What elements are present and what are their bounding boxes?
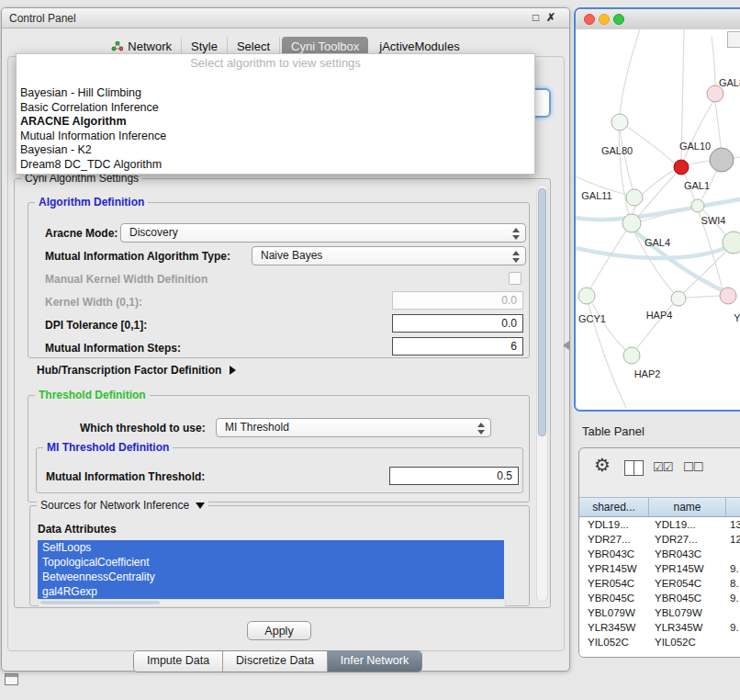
- cell[interactable]: YIL052C: [579, 635, 649, 649]
- cell[interactable]: 13: [726, 517, 740, 532]
- select-none-icon[interactable]: ☐☐: [683, 460, 702, 474]
- node-swi4[interactable]: [723, 231, 740, 254]
- sources-group: Sources for Network Inference Data Attri…: [29, 505, 530, 606]
- hub-definition-toggle[interactable]: Hub/Transcription Factor Definition: [37, 364, 236, 377]
- columns-icon[interactable]: [624, 460, 644, 476]
- tab-discretize-data[interactable]: Discretize Data: [223, 651, 328, 672]
- network-canvas[interactable]: GAL8 GAL80 GAL10 GAL11 GAL1 SWI4 GAL4 GC…: [576, 29, 740, 410]
- scrollbar-thumb[interactable]: [538, 188, 546, 436]
- cell[interactable]: 9.: [726, 561, 740, 576]
- table-row[interactable]: YDR27... YDR27... 12: [579, 532, 740, 547]
- mi-type-select[interactable]: Naive Bayes: [252, 246, 526, 265]
- table-row[interactable]: YDL19... YDL19... 13: [579, 517, 740, 532]
- network-window-titlebar[interactable]: [576, 9, 740, 30]
- cell[interactable]: YBR045C: [579, 591, 649, 605]
- table-row[interactable]: YBR043C YBR043C: [579, 547, 740, 561]
- attribute-item-selected[interactable]: SelfLoops: [38, 540, 504, 555]
- close-button[interactable]: [584, 14, 595, 25]
- sources-toggle[interactable]: Sources for Network Inference: [37, 499, 208, 512]
- table-row[interactable]: YBL079W YBL079W: [579, 605, 740, 620]
- table-row[interactable]: YLR345W YLR345W 9.: [579, 620, 740, 635]
- cell[interactable]: YBL079W: [579, 605, 649, 620]
- algorithm-option-selected[interactable]: ARACNE Algorithm: [17, 115, 534, 130]
- algorithm-option[interactable]: Dream8 DC_TDC Algorithm: [17, 158, 534, 173]
- cell[interactable]: YER054C: [579, 576, 649, 591]
- float-window-icon[interactable]: □: [533, 11, 539, 24]
- mi-threshold-label: Mutual Information Threshold:: [46, 470, 205, 483]
- cell[interactable]: YLR345W: [649, 620, 726, 635]
- cell[interactable]: YPR145W: [579, 561, 649, 576]
- which-threshold-select[interactable]: MI Threshold: [216, 418, 491, 437]
- table-body: YDL19... YDL19... 13 YDR27... YDR27... 1…: [579, 517, 740, 657]
- cell[interactable]: YDL19...: [579, 517, 649, 532]
- cell[interactable]: YDR27...: [649, 532, 726, 547]
- threshold-definition-group: Threshold Definition Which threshold to …: [28, 395, 530, 502]
- tab-infer-network[interactable]: Infer Network: [328, 651, 421, 672]
- network-graph: GAL8 GAL80 GAL10 GAL11 GAL1 SWI4 GAL4 GC…: [576, 29, 740, 412]
- attribute-item-selected[interactable]: TopologicalCoefficient: [38, 555, 504, 570]
- cell[interactable]: YBR043C: [579, 547, 649, 561]
- close-icon[interactable]: ✗: [546, 11, 555, 24]
- column-header-shared-name[interactable]: shared...: [579, 498, 649, 516]
- zoom-button[interactable]: [613, 14, 624, 25]
- algorithm-option[interactable]: Mutual Information Inference: [17, 130, 534, 144]
- horizontal-scrollbar[interactable]: [38, 599, 506, 607]
- cell[interactable]: YBR045C: [649, 591, 726, 605]
- cell[interactable]: YDL19...: [649, 517, 726, 532]
- aracne-mode-select[interactable]: Discovery: [120, 223, 526, 243]
- node-hap2[interactable]: [623, 347, 640, 364]
- table-row[interactable]: YBR045C YBR045C 9.: [579, 591, 740, 605]
- control-panel-titlebar[interactable]: Control Panel □ ✗: [2, 8, 569, 28]
- algorithm-option[interactable]: Bayesian - K2: [17, 143, 534, 158]
- node-hap4[interactable]: [671, 291, 686, 306]
- cell[interactable]: 9.: [726, 591, 740, 605]
- gear-icon[interactable]: ⚙: [594, 456, 611, 474]
- algorithm-option[interactable]: Basic Correlation Inference: [17, 101, 534, 116]
- manual-kernel-checkbox[interactable]: [509, 272, 521, 285]
- docked-panel-icon[interactable]: [5, 673, 18, 685]
- cell[interactable]: YDR27...: [579, 532, 649, 547]
- column-header-name[interactable]: name: [649, 498, 726, 516]
- splitter-collapse-icon[interactable]: [563, 341, 569, 350]
- mi-steps-field[interactable]: 6: [392, 337, 523, 356]
- cell[interactable]: YLR345W: [579, 620, 649, 635]
- cell[interactable]: [726, 605, 740, 620]
- cell[interactable]: [726, 547, 740, 561]
- column-header-cut[interactable]: [726, 498, 740, 516]
- cell[interactable]: YBL079W: [649, 605, 726, 620]
- node-gray[interactable]: [710, 148, 734, 172]
- table-row[interactable]: YER054C YER054C 8.: [579, 576, 740, 591]
- cell[interactable]: YPR145W: [649, 561, 726, 576]
- apply-button[interactable]: Apply: [247, 621, 311, 640]
- node-gcy1[interactable]: [578, 288, 595, 304]
- node-pink[interactable]: [720, 288, 736, 304]
- cell[interactable]: [726, 635, 740, 649]
- node-gal11[interactable]: [626, 189, 643, 206]
- selected-value: MI Threshold: [225, 421, 289, 434]
- scrollbar-thumb[interactable]: [40, 601, 160, 604]
- table-row[interactable]: YIL052C YIL052C: [579, 635, 740, 649]
- select-all-icon[interactable]: ☑☑: [653, 460, 672, 474]
- cell[interactable]: YBR043C: [649, 547, 726, 561]
- tab-impute-data[interactable]: Impute Data: [134, 651, 223, 672]
- attribute-item-selected[interactable]: BetweennessCentrality: [38, 570, 504, 584]
- node-label: SWI4: [701, 215, 726, 226]
- kernel-width-field[interactable]: 0.0: [392, 291, 523, 310]
- dpi-tolerance-field[interactable]: 0.0: [392, 314, 523, 333]
- table-row[interactable]: YPR145W YPR145W 9.: [579, 561, 740, 576]
- mi-threshold-field[interactable]: 0.5: [389, 467, 519, 485]
- node-gal80[interactable]: [611, 114, 628, 130]
- cell[interactable]: 9.: [726, 620, 740, 635]
- group-title: Algorithm Definition: [35, 196, 148, 209]
- vertical-scrollbar[interactable]: [536, 185, 548, 602]
- node-gal4[interactable]: [622, 214, 641, 232]
- attribute-item-selected[interactable]: gal4RGexp: [38, 584, 504, 599]
- cell[interactable]: 8.: [726, 576, 740, 591]
- node-gal1[interactable]: [691, 199, 704, 212]
- cell[interactable]: 12: [726, 532, 740, 547]
- cell[interactable]: YER054C: [649, 576, 726, 591]
- algorithm-option[interactable]: Bayesian - Hill Climbing: [17, 86, 534, 101]
- cell[interactable]: YIL052C: [649, 635, 726, 649]
- minimize-button[interactable]: [599, 14, 610, 25]
- node-gal10-selected[interactable]: [674, 160, 689, 175]
